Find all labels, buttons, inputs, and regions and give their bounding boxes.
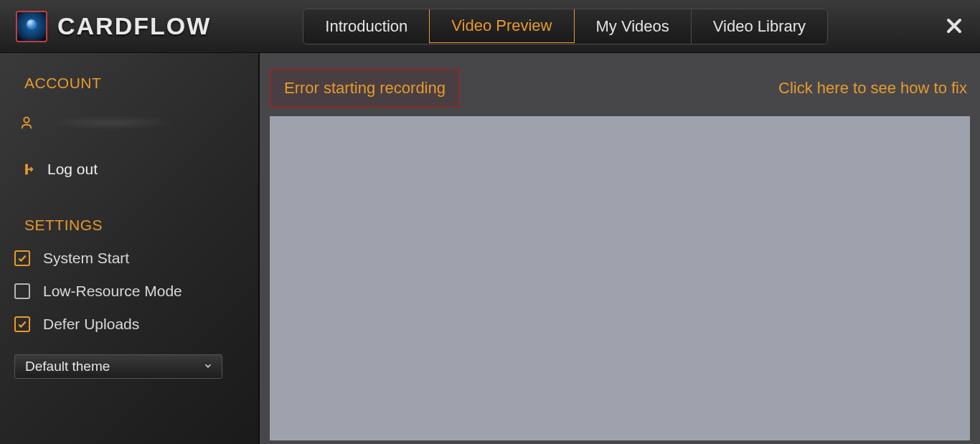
tab-label: Introduction — [325, 17, 407, 36]
content-area: Error starting recording Click here to s… — [260, 53, 980, 444]
tab-label: Video Preview — [451, 16, 552, 35]
error-message-text: Error starting recording — [284, 79, 446, 97]
setting-label: System Start — [43, 250, 129, 267]
logo: CARDFLOW — [16, 11, 211, 42]
close-icon — [946, 17, 963, 34]
tab-video-preview[interactable]: Video Preview — [429, 9, 574, 43]
tab-introduction[interactable]: Introduction — [303, 9, 430, 44]
checkbox-checked-icon — [14, 250, 30, 266]
header: CARDFLOW Introduction Video Preview My V… — [0, 0, 980, 53]
chevron-down-icon — [203, 359, 213, 374]
setting-label: Low-Resource Mode — [43, 283, 182, 300]
setting-label: Defer Uploads — [43, 316, 139, 333]
fix-help-link[interactable]: Click here to see how to fix — [778, 79, 967, 98]
close-button[interactable] — [946, 15, 963, 38]
checkbox-unchecked-icon — [14, 283, 30, 299]
tab-my-videos[interactable]: My Videos — [575, 9, 692, 44]
logout-button[interactable]: Log out — [14, 153, 245, 185]
checkbox-checked-icon — [14, 316, 30, 332]
setting-system-start[interactable]: System Start — [14, 250, 245, 267]
fix-link-text: Click here to see how to fix — [778, 79, 967, 97]
sidebar: ACCOUNT Log out SETTINGS System Start Lo… — [0, 53, 260, 444]
setting-low-resource-mode[interactable]: Low-Resource Mode — [14, 283, 245, 300]
user-row — [14, 108, 245, 138]
username-redacted — [47, 115, 176, 130]
theme-selected-value: Default theme — [25, 359, 110, 374]
app-name: CARDFLOW — [57, 12, 211, 40]
logout-icon — [17, 161, 36, 177]
account-section-title: ACCOUNT — [24, 75, 245, 92]
tab-bar: Introduction Video Preview My Videos Vid… — [303, 9, 828, 44]
logout-label: Log out — [47, 161, 98, 178]
tab-label: Video Library — [713, 17, 806, 36]
theme-select[interactable]: Default theme — [14, 354, 222, 379]
alert-row: Error starting recording Click here to s… — [270, 69, 970, 108]
setting-defer-uploads[interactable]: Defer Uploads — [14, 316, 245, 333]
video-preview-area — [270, 116, 970, 440]
tab-label: My Videos — [596, 17, 669, 36]
app-logo-icon — [16, 11, 47, 42]
user-icon — [17, 115, 36, 131]
error-message-box: Error starting recording — [270, 69, 460, 108]
settings-section-title: SETTINGS — [24, 217, 245, 234]
tab-video-library[interactable]: Video Library — [692, 9, 827, 44]
